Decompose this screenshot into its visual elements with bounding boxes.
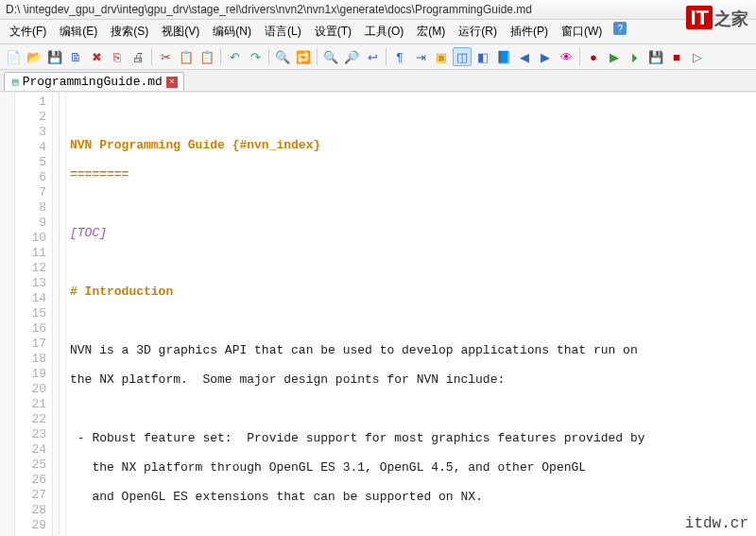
line-number-gutter[interactable]: 1 2 3 4 5 6 7 8 9 10 11 12 13 14 15 16 1… <box>15 93 53 536</box>
line-number: 28 <box>17 503 46 518</box>
run-icon[interactable]: ▷ <box>688 47 707 66</box>
line-number: 19 <box>17 367 46 382</box>
tab-bar: ▤ ProgrammingGuide.md × <box>0 70 756 92</box>
code-line: and OpenGL ES extensions that can be sup… <box>70 490 752 505</box>
close-all-icon[interactable]: ⎘ <box>108 47 127 66</box>
close-file-icon[interactable]: ✖ <box>87 47 106 66</box>
code-line <box>70 314 752 329</box>
line-number: 1 <box>17 95 46 110</box>
line-number: 22 <box>17 412 46 427</box>
code-line: NVN Programming Guide {#nvn_index} <box>70 138 752 153</box>
record-macro-icon[interactable]: ● <box>584 47 603 66</box>
tab-active[interactable]: ▤ ProgrammingGuide.md × <box>4 72 184 91</box>
file-icon: ▤ <box>12 76 19 88</box>
menu-search[interactable]: 搜索(S) <box>105 22 154 42</box>
copy-icon[interactable]: 📋 <box>177 47 196 66</box>
line-number: 25 <box>17 458 46 473</box>
open-file-icon[interactable]: 📂 <box>25 47 43 66</box>
line-number: 6 <box>17 170 46 185</box>
doc-map-icon[interactable]: ◫ <box>453 47 472 66</box>
play-multi-icon[interactable]: ⏵ <box>626 47 644 66</box>
find-icon[interactable]: 🔍 <box>273 47 292 66</box>
code-line: [TOC] <box>70 226 752 241</box>
code-line <box>70 402 752 417</box>
line-number: 11 <box>17 246 46 261</box>
toolbar-separator <box>220 48 221 65</box>
line-number: 9 <box>17 216 46 231</box>
menu-macro[interactable]: 宏(M) <box>411 22 451 42</box>
line-number: 3 <box>17 125 46 140</box>
word-wrap-icon[interactable]: ↩ <box>363 47 382 66</box>
code-line <box>70 255 752 270</box>
menu-encoding[interactable]: 编码(N) <box>207 22 257 42</box>
toolbar-separator <box>268 48 269 65</box>
replace-icon[interactable]: 🔁 <box>294 47 313 66</box>
save-icon[interactable]: 💾 <box>45 47 64 66</box>
toolbar: 📄 📂 💾 🗎 ✖ ⎘ 🖨 ✂ 📋 📋 ↶ ↷ 🔍 🔁 🔍 🔎 ↩ ¶ ⇥ ▣ … <box>0 44 756 70</box>
line-number: 5 <box>17 155 46 170</box>
indent-guide-icon[interactable]: ⇥ <box>411 47 430 66</box>
code-line: NVN is a 3D graphics API that can be use… <box>70 343 752 358</box>
code-line <box>70 197 752 212</box>
print-icon[interactable]: 🖨 <box>129 47 147 66</box>
line-number: 7 <box>17 185 46 200</box>
line-number: 15 <box>17 306 46 321</box>
save-macro-icon[interactable]: 💾 <box>646 47 665 66</box>
monitor-icon[interactable]: 👁 <box>557 47 576 66</box>
fold-margin[interactable] <box>53 93 66 536</box>
menu-edit[interactable]: 编辑(E) <box>54 22 103 42</box>
redo-icon[interactable]: ↷ <box>246 47 265 66</box>
nav-prev-icon[interactable]: ◀ <box>515 47 534 66</box>
undo-icon[interactable]: ↶ <box>225 47 244 66</box>
menu-window[interactable]: 窗口(W) <box>556 22 608 42</box>
play-macro-icon[interactable]: ▶ <box>605 47 624 66</box>
toolbar-separator <box>579 48 580 65</box>
tab-label: ProgrammingGuide.md <box>23 75 163 89</box>
toolbar-separator <box>317 48 318 65</box>
folder-icon[interactable]: ▣ <box>432 47 451 66</box>
nav-next-icon[interactable]: ▶ <box>536 47 555 66</box>
line-number: 26 <box>17 473 46 488</box>
bookmark-margin[interactable] <box>0 93 15 536</box>
menu-file[interactable]: 文件(F) <box>4 22 52 42</box>
menu-tools[interactable]: 工具(O) <box>359 22 409 42</box>
menu-view[interactable]: 视图(V) <box>156 22 205 42</box>
menu-language[interactable]: 语言(L) <box>259 22 307 42</box>
zoom-out-icon[interactable]: 🔎 <box>342 47 361 66</box>
code-line: # Introduction <box>70 285 752 300</box>
func-list-icon[interactable]: ◧ <box>473 47 492 66</box>
menu-run[interactable]: 运行(R) <box>453 22 503 42</box>
cut-icon[interactable]: ✂ <box>156 47 175 66</box>
line-number: 10 <box>17 231 46 246</box>
toolbar-separator <box>151 48 152 65</box>
editor: 1 2 3 4 5 6 7 8 9 10 11 12 13 14 15 16 1… <box>0 92 756 536</box>
line-number: 4 <box>17 140 46 155</box>
line-number: 21 <box>17 397 46 412</box>
stop-macro-icon[interactable]: ■ <box>667 47 686 66</box>
line-number: 13 <box>17 276 46 291</box>
line-number: 18 <box>17 352 46 367</box>
line-number: 16 <box>17 321 46 337</box>
menu-bar: 文件(F) 编辑(E) 搜索(S) 视图(V) 编码(N) 语言(L) 设置(T… <box>0 20 756 44</box>
toolbar-separator <box>386 48 387 65</box>
help-icon[interactable]: ? <box>613 22 627 35</box>
code-line: - Robust feature set: Provide support fo… <box>70 431 752 446</box>
code-line: ======== <box>70 167 752 182</box>
zoom-in-icon[interactable]: 🔍 <box>321 47 340 66</box>
new-file-icon[interactable]: 📄 <box>4 47 23 66</box>
menu-plugins[interactable]: 插件(P) <box>505 22 554 42</box>
line-number: 12 <box>17 261 46 276</box>
save-all-icon[interactable]: 🗎 <box>66 47 85 66</box>
line-number: 24 <box>17 442 46 458</box>
line-number: 23 <box>17 427 46 442</box>
code-area[interactable]: NVN Programming Guide {#nvn_index} =====… <box>66 93 756 536</box>
code-line: the NX platform. Some major design point… <box>70 372 752 388</box>
bookmark-icon[interactable]: 📘 <box>494 47 513 66</box>
menu-settings[interactable]: 设置(T) <box>309 22 357 42</box>
line-number: 2 <box>17 110 46 125</box>
show-symbol-icon[interactable]: ¶ <box>390 47 409 66</box>
line-number: 17 <box>17 337 46 352</box>
paste-icon[interactable]: 📋 <box>198 47 216 66</box>
line-number: 14 <box>17 291 46 306</box>
tab-close-icon[interactable]: × <box>166 77 178 88</box>
